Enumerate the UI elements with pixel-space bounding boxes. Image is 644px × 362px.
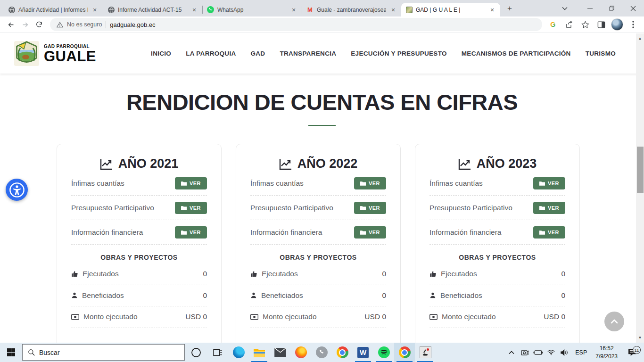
cortana-button[interactable]: [185, 343, 207, 362]
browser-menu-icon[interactable]: [626, 17, 640, 32]
tab-informe-actividad[interactable]: Informe Actividad ACT-15 ✕: [103, 3, 202, 16]
tab-gmail-guale[interactable]: M Guale - zambranoverajoseam ✕: [302, 3, 401, 16]
card-year-label: AÑO 2021: [118, 156, 179, 171]
tab-title: Añadir Actividad | Informes M: [18, 7, 88, 13]
forward-icon[interactable]: [18, 17, 32, 32]
side-panel-icon[interactable]: [594, 17, 608, 32]
stat-label: Monto ejecutado: [263, 313, 317, 321]
money-bill-icon: [71, 314, 79, 320]
stat-value: USD 0: [364, 313, 386, 321]
card-ano-2023: AÑO 2023 Ínfimas cuantías VER Presupuest…: [415, 144, 580, 343]
action-center-button[interactable]: 11: [623, 348, 641, 356]
taskbar-app-mail[interactable]: [270, 343, 290, 362]
taskbar-app-chrome-active[interactable]: [394, 343, 415, 362]
tab-gad-guale-active[interactable]: GAD | G U A L E | ✕: [401, 3, 500, 16]
ver-button[interactable]: VER: [533, 202, 565, 214]
nav-inicio[interactable]: INICIO: [151, 50, 171, 57]
folder-icon: [539, 230, 545, 235]
close-window-button[interactable]: [622, 0, 644, 16]
whatsapp-icon: [207, 6, 214, 13]
folder-icon: [181, 230, 187, 235]
start-button[interactable]: [0, 343, 22, 362]
share-icon[interactable]: [562, 17, 576, 32]
nav-gad[interactable]: GAD: [251, 50, 265, 57]
taskbar-app-whatsapp[interactable]: [311, 343, 332, 362]
language-indicator[interactable]: ESP: [572, 349, 590, 356]
close-icon[interactable]: ✕: [290, 6, 297, 14]
ver-button[interactable]: VER: [354, 202, 386, 214]
stat-row: Beneficiados 0: [429, 285, 565, 307]
windows-taskbar: Buscar W: [0, 343, 644, 362]
tab-title: Informe Actividad ACT-15: [118, 7, 187, 13]
ver-button[interactable]: VER: [175, 202, 207, 214]
close-icon[interactable]: ✕: [389, 6, 397, 14]
nav-turismo[interactable]: TURISMO: [586, 50, 616, 57]
title-divider: [308, 125, 336, 126]
ver-button[interactable]: VER: [354, 177, 386, 189]
ver-button[interactable]: VER: [175, 226, 207, 239]
folder-icon: [360, 181, 366, 186]
minimize-button[interactable]: [579, 0, 601, 16]
site-logo[interactable]: GAD PARROQUIAL GUALE: [13, 40, 96, 67]
ver-button[interactable]: VER: [533, 226, 565, 239]
ver-button[interactable]: VER: [175, 177, 207, 189]
chart-line-icon: [279, 158, 292, 170]
tab-anadir-actividad[interactable]: Añadir Actividad | Informes M ✕: [4, 3, 103, 16]
scrollbar-up-arrow[interactable]: ▲: [636, 34, 644, 42]
stat-label: Beneficiados: [261, 291, 303, 300]
link-row: Información financiera VER: [71, 220, 207, 245]
new-tab-button[interactable]: +: [503, 2, 516, 15]
back-icon[interactable]: [4, 17, 18, 32]
taskbar-app-file-explorer[interactable]: [249, 343, 270, 362]
maximize-button[interactable]: [601, 0, 622, 16]
edge-icon: [233, 346, 245, 358]
link-row: Ínfimas cuantías VER: [71, 171, 207, 196]
folder-icon: [360, 230, 366, 235]
scrollbar-down-arrow[interactable]: ▼: [636, 334, 644, 342]
scroll-to-top-button[interactable]: [604, 312, 624, 331]
nav-la-parroquia[interactable]: LA PARROQUIA: [186, 50, 236, 57]
chart-line-icon: [458, 158, 471, 170]
google-g-icon[interactable]: G: [546, 17, 560, 32]
reload-icon[interactable]: [32, 17, 46, 32]
wifi-icon[interactable]: [546, 349, 556, 355]
taskbar-app-java[interactable]: [415, 343, 436, 362]
nav-ejecucion-presupuesto[interactable]: EJECUCIÓN Y PRESUPUESTO: [351, 50, 446, 57]
nav-transparencia[interactable]: TRANSPARENCIA: [280, 50, 336, 57]
profile-avatar[interactable]: [610, 17, 624, 32]
clock[interactable]: 16:52 7/9/2023: [593, 345, 620, 360]
tab-whatsapp[interactable]: WhatsApp ✕: [203, 3, 302, 16]
task-view-button[interactable]: [207, 343, 228, 362]
taskbar-app-edge[interactable]: [228, 343, 249, 362]
meet-now-icon[interactable]: [520, 349, 530, 356]
taskbar-app-word[interactable]: W: [353, 343, 373, 362]
taskbar-app-spotify[interactable]: [373, 343, 394, 362]
close-icon[interactable]: ✕: [488, 6, 496, 14]
accessibility-widget-button[interactable]: [6, 179, 28, 201]
bookmark-star-icon[interactable]: [578, 17, 592, 32]
folder-icon: [539, 206, 545, 210]
mail-icon: [274, 348, 286, 357]
ver-button[interactable]: VER: [354, 226, 386, 239]
close-icon[interactable]: ✕: [190, 6, 198, 14]
tray-chevron-up-icon[interactable]: [506, 351, 517, 354]
task-view-icon: [213, 348, 223, 357]
browser-toolbar: No es seguro gadguale.gob.ec G: [0, 16, 644, 33]
link-row: Información financiera VER: [250, 220, 386, 245]
stat-row: Ejecutados 0: [71, 263, 207, 285]
java-app-icon: [420, 346, 431, 358]
address-bar[interactable]: No es seguro gadguale.gob.ec: [50, 18, 542, 31]
taskbar-search-box[interactable]: Buscar: [22, 344, 185, 361]
folder-icon: [539, 181, 545, 186]
taskbar-app-chrome[interactable]: [332, 343, 353, 362]
nav-mecanismos-participacion[interactable]: MECANISMOS DE PARTICIPACIÓN: [462, 50, 571, 57]
tab-search-chevron-icon[interactable]: [555, 0, 574, 16]
battery-icon[interactable]: [533, 350, 543, 355]
ver-button[interactable]: VER: [533, 177, 565, 189]
volume-icon[interactable]: [559, 349, 570, 356]
link-row: Ínfimas cuantías VER: [429, 171, 565, 196]
close-icon[interactable]: ✕: [91, 6, 99, 14]
page-scrollbar[interactable]: ▲ ▼: [636, 33, 644, 343]
scrollbar-thumb[interactable]: [637, 147, 644, 193]
taskbar-app-firefox[interactable]: [290, 343, 311, 362]
